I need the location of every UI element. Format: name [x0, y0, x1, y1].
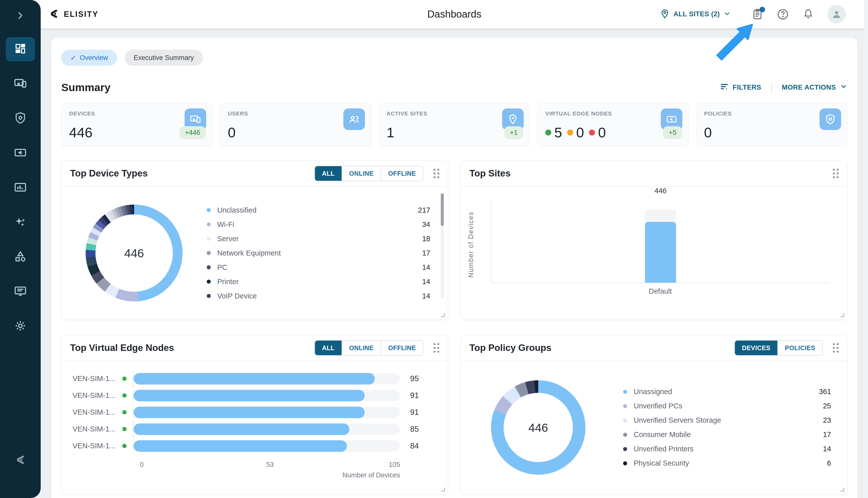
- legend-dot: [623, 390, 627, 394]
- legend-item[interactable]: VoIP Device14: [207, 289, 430, 303]
- sidebar: [0, 0, 41, 498]
- policy-groups-donut[interactable]: 446: [491, 380, 585, 475]
- top-ven-title: Top Virtual Edge Nodes: [70, 343, 174, 353]
- toggle-policies[interactable]: POLICIES: [777, 341, 822, 355]
- drag-handle-icon[interactable]: [833, 343, 839, 353]
- legend-item[interactable]: Network Equipment17: [207, 246, 430, 260]
- legend-item[interactable]: Unverified Servers Storage23: [623, 413, 831, 428]
- more-actions-button[interactable]: MORE ACTIONS: [782, 83, 847, 92]
- user-avatar[interactable]: [827, 5, 846, 24]
- legend-item[interactable]: Unverified Printers14: [623, 442, 831, 456]
- notifications-bell-button[interactable]: [802, 8, 814, 20]
- legend-scrollbar-thumb[interactable]: [441, 193, 444, 226]
- ven-node-label[interactable]: VEN-SIM-1...: [73, 442, 121, 450]
- devices-card[interactable]: DEVICES 446 +446: [61, 103, 212, 146]
- device-types-donut[interactable]: 446: [86, 205, 183, 301]
- bar-chart-icon: [14, 181, 27, 195]
- ven-status-counts: 5 0 0: [545, 124, 606, 141]
- legend-dot: [623, 404, 627, 408]
- sidebar-item-devices[interactable]: [6, 72, 35, 96]
- sidebar-item-virtual-edge[interactable]: [6, 141, 35, 165]
- legend-item[interactable]: Unassigned361: [623, 384, 831, 399]
- drag-handle-icon[interactable]: [833, 169, 839, 178]
- dashboard-grid-icon: [14, 43, 26, 56]
- tab-overview[interactable]: ✓ Overview: [61, 50, 117, 66]
- legend-item[interactable]: Unclassified217: [207, 203, 430, 218]
- virtual-edge-nodes-card[interactable]: VIRTUAL EDGE NODES 5 0: [537, 103, 689, 146]
- ven-degraded-count: 0: [567, 124, 584, 141]
- filter-icon: [720, 82, 729, 93]
- ven-bar-value: 91: [410, 391, 432, 400]
- legend-value: 23: [823, 416, 831, 424]
- summary-title: Summary: [61, 81, 111, 94]
- sidebar-item-settings[interactable]: [6, 314, 35, 338]
- ven-node-label[interactable]: VEN-SIM-1...: [73, 391, 121, 399]
- toggle-online[interactable]: ONLINE: [341, 341, 380, 355]
- tab-executive-summary[interactable]: Executive Summary: [125, 50, 203, 66]
- toggle-devices[interactable]: DEVICES: [735, 341, 777, 355]
- shapes-icon: [14, 250, 27, 264]
- active-sites-card[interactable]: ACTIVE SITES 1 +1: [379, 103, 530, 146]
- legend-item[interactable]: Unverified PCs25: [623, 399, 831, 413]
- site-selector[interactable]: ALL SITES (2): [660, 9, 731, 20]
- legend-value: 17: [823, 431, 831, 439]
- resize-handle[interactable]: [441, 488, 445, 492]
- ven-bar-track: [134, 407, 400, 418]
- toggle-offline[interactable]: OFFLINE: [381, 341, 423, 355]
- top-sites-bar[interactable]: [645, 222, 676, 283]
- ven-delta-badge: +5: [663, 126, 682, 139]
- summary-cards: DEVICES 446 +446 USERS: [61, 103, 847, 146]
- ven-node-label[interactable]: VEN-SIM-1...: [73, 375, 121, 383]
- legend-value: 25: [823, 402, 831, 410]
- legend-item[interactable]: Physical Security6: [623, 456, 831, 470]
- toggle-all[interactable]: ALL: [315, 341, 341, 355]
- legend-item[interactable]: Printer14: [207, 275, 430, 289]
- legend-item[interactable]: Consumer Mobile17: [623, 428, 831, 442]
- users-card[interactable]: USERS 0: [220, 103, 371, 146]
- ven-bar-track-area: [133, 437, 400, 454]
- ven-bar-track: [134, 373, 400, 384]
- top-sites-widget: Top Sites Number of Devices 446 Def: [461, 160, 847, 320]
- active-sites-card-label: ACTIVE SITES: [387, 110, 522, 117]
- legend-item[interactable]: Server18: [207, 232, 430, 246]
- legend-item[interactable]: PC14: [207, 260, 430, 275]
- site-selector-label: ALL SITES (2): [673, 10, 720, 18]
- users-icon: [343, 108, 365, 130]
- toggle-offline[interactable]: OFFLINE: [381, 166, 423, 181]
- ven-bar-row: VEN-SIM-1...91: [73, 404, 432, 421]
- tasks-clipboard-button[interactable]: [751, 8, 764, 20]
- sidebar-item-ai-assist[interactable]: [6, 210, 35, 234]
- ven-node-label[interactable]: VEN-SIM-1...: [73, 408, 121, 416]
- users-card-label: USERS: [228, 110, 363, 117]
- resize-handle[interactable]: [840, 488, 844, 492]
- top-sites-y-axis-label: Number of Devices: [463, 199, 478, 290]
- sidebar-item-dashboards[interactable]: [6, 37, 35, 61]
- ven-bar: [134, 440, 347, 452]
- summary-header: Summary FILTERS MORE ACTIONS: [61, 81, 847, 94]
- ven-online-count: 5: [545, 124, 562, 141]
- sidebar-item-topology[interactable]: [6, 245, 35, 269]
- policies-card[interactable]: POLICIES 0: [696, 103, 847, 146]
- filters-button[interactable]: FILTERS: [720, 82, 761, 93]
- sidebar-item-analytics[interactable]: [6, 176, 35, 200]
- resize-handle[interactable]: [441, 313, 445, 317]
- toggle-all[interactable]: ALL: [315, 166, 341, 181]
- drag-handle-icon[interactable]: [433, 169, 439, 178]
- sidebar-expand-chevron-icon[interactable]: [15, 10, 26, 22]
- ven-node-label[interactable]: VEN-SIM-1...: [73, 425, 121, 433]
- drag-handle-icon[interactable]: [433, 343, 439, 353]
- legend-item[interactable]: Wi-Fi34: [207, 218, 430, 232]
- help-button[interactable]: [777, 8, 789, 21]
- sidebar-footer-logo-icon[interactable]: [13, 453, 27, 468]
- top-policy-groups-widget: Top Policy Groups DEVICES POLICIES 446 U…: [461, 335, 847, 494]
- resize-handle[interactable]: [840, 313, 844, 317]
- top-sites-chart: Number of Devices 446 Default: [461, 187, 847, 319]
- legend-value: 361: [819, 388, 831, 396]
- top-sites-category-label: Default: [491, 287, 830, 296]
- device-types-legend: Unclassified217Wi-Fi34Server18Network Eq…: [207, 203, 430, 303]
- online-status-dot: [122, 410, 127, 415]
- toggle-online[interactable]: ONLINE: [341, 166, 380, 181]
- offline-status-dot: [589, 130, 595, 135]
- sidebar-item-console[interactable]: [6, 280, 35, 304]
- sidebar-item-policy-shield[interactable]: [6, 106, 35, 131]
